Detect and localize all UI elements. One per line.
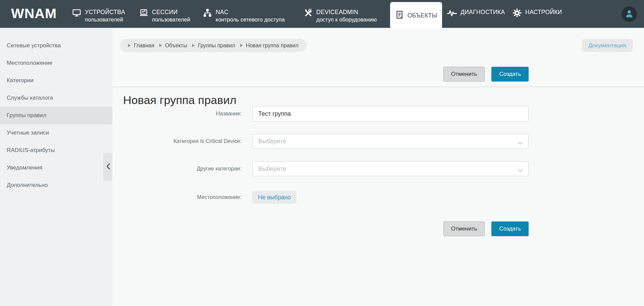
- form-row-location: Местоположение: Не выбрано: [112, 191, 529, 204]
- cancel-button[interactable]: Отменить: [443, 67, 485, 82]
- breadcrumb-item-new-rule-group[interactable]: Новая группа правил: [240, 43, 299, 49]
- nav-item-label: DEVICEADMIN: [316, 9, 377, 16]
- sidebar-item-rule-groups[interactable]: Группы правил: [0, 107, 112, 124]
- caret-right-icon: [240, 44, 243, 47]
- nav-item-diagnostics[interactable]: ДИАГНОСТИКА: [447, 9, 505, 17]
- breadcrumb: Главная Объекты Группы правил Новая груп…: [120, 39, 307, 52]
- nav-item-settings[interactable]: НАСТРОЙКИ: [513, 9, 562, 17]
- rule-group-form: Название: Категория Is Critical Device: …: [112, 106, 529, 204]
- nav-item-sessions[interactable]: СЕССИИпользователей: [139, 9, 190, 23]
- location-picker-button[interactable]: Не выбрано: [252, 191, 297, 204]
- caret-right-icon: [128, 44, 131, 47]
- document-icon: [395, 10, 404, 21]
- location-label: Местоположение:: [112, 194, 252, 200]
- documentation-link[interactable]: Документация: [582, 39, 633, 52]
- person-icon: [624, 8, 634, 20]
- other-categories-select[interactable]: Выберите: [252, 161, 529, 176]
- nav-item-objects-active[interactable]: ОБЪЕКТЫ: [390, 2, 442, 29]
- sidebar-item-radius-attributes[interactable]: RADIUS-атрибуты: [0, 142, 112, 159]
- sidebar-item-directory-services[interactable]: Службы каталога: [0, 89, 112, 107]
- create-button-bottom[interactable]: Создать: [491, 221, 529, 236]
- nav-item-sublabel: доступ к оборудованию: [316, 16, 377, 23]
- title-divider: [112, 87, 644, 87]
- sidebar-item-location[interactable]: Местоположение: [0, 54, 112, 72]
- nav-item-label: ОБЪЕКТЫ: [408, 12, 437, 19]
- nav-item-deviceadmin[interactable]: DEVICEADMINдоступ к оборудованию: [304, 9, 377, 23]
- pulse-icon: [447, 9, 457, 17]
- breadcrumb-item-objects[interactable]: Объекты: [159, 43, 187, 49]
- form-row-other-categories: Другие категории: Выберите: [112, 161, 529, 176]
- top-navbar: WNAM УСТРОЙСТВАпользователей СЕССИИпольз…: [0, 0, 644, 28]
- other-categories-label: Другие категории:: [112, 166, 252, 172]
- nav-item-sublabel: пользователей: [85, 16, 125, 23]
- nav-item-label: NAC: [216, 9, 285, 16]
- create-button[interactable]: Создать: [491, 67, 529, 82]
- sidebar-item-accounts[interactable]: Учетные записи: [0, 124, 112, 142]
- gear-icon: [513, 9, 522, 17]
- app-logo: WNAM: [11, 0, 57, 28]
- nav-item-devices[interactable]: УСТРОЙСТВАпользователей: [72, 9, 125, 23]
- sessions-icon: [139, 9, 148, 17]
- caret-right-icon: [159, 44, 162, 47]
- nav-item-nac[interactable]: NACконтроль сетевого доступа: [203, 9, 285, 23]
- sidebar-item-additional[interactable]: Дополнительно: [0, 176, 112, 194]
- name-input[interactable]: [252, 106, 529, 121]
- nav-item-sublabel: пользователей: [152, 16, 190, 23]
- sidebar-item-categories[interactable]: Категории: [0, 72, 112, 89]
- caret-right-icon: [192, 44, 195, 47]
- sidebar-collapse-button[interactable]: [103, 153, 113, 181]
- nav-item-label: ДИАГНОСТИКА: [461, 9, 505, 16]
- name-label: Название:: [112, 111, 252, 117]
- network-icon: [203, 9, 212, 17]
- form-row-name: Название:: [112, 106, 529, 121]
- nav-item-label: СЕССИИ: [152, 9, 190, 16]
- breadcrumb-item-rule-groups[interactable]: Группы правил: [192, 43, 235, 49]
- page-title: Новая группа правил: [123, 94, 236, 107]
- tools-icon: [304, 9, 313, 17]
- user-avatar[interactable]: [622, 6, 637, 22]
- critical-category-label: Категория Is Critical Device:: [112, 138, 252, 144]
- breadcrumb-item-home[interactable]: Главная: [128, 43, 154, 49]
- sidebar-item-network-devices[interactable]: Сетевые устройства: [0, 37, 112, 54]
- cancel-button-bottom[interactable]: Отменить: [443, 221, 485, 236]
- chevron-down-icon: [518, 168, 523, 174]
- monitor-icon: [72, 9, 81, 17]
- chevron-down-icon: [518, 140, 523, 146]
- nav-item-sublabel: контроль сетевого доступа: [216, 16, 285, 23]
- critical-category-select[interactable]: Выберите: [252, 134, 529, 149]
- chevron-left-icon: [106, 163, 110, 171]
- form-row-critical-category: Категория Is Critical Device: Выберите: [112, 134, 529, 149]
- sidebar: Сетевые устройства Местоположение Катего…: [0, 28, 112, 306]
- nav-item-label: НАСТРОЙКИ: [525, 9, 562, 16]
- sidebar-item-notifications[interactable]: Уведомления: [0, 159, 112, 176]
- select-placeholder: Выберите: [258, 138, 286, 145]
- main-content: Главная Объекты Группы правил Новая груп…: [112, 28, 644, 306]
- nav-item-label: УСТРОЙСТВА: [85, 9, 125, 16]
- select-placeholder: Выберите: [258, 165, 286, 172]
